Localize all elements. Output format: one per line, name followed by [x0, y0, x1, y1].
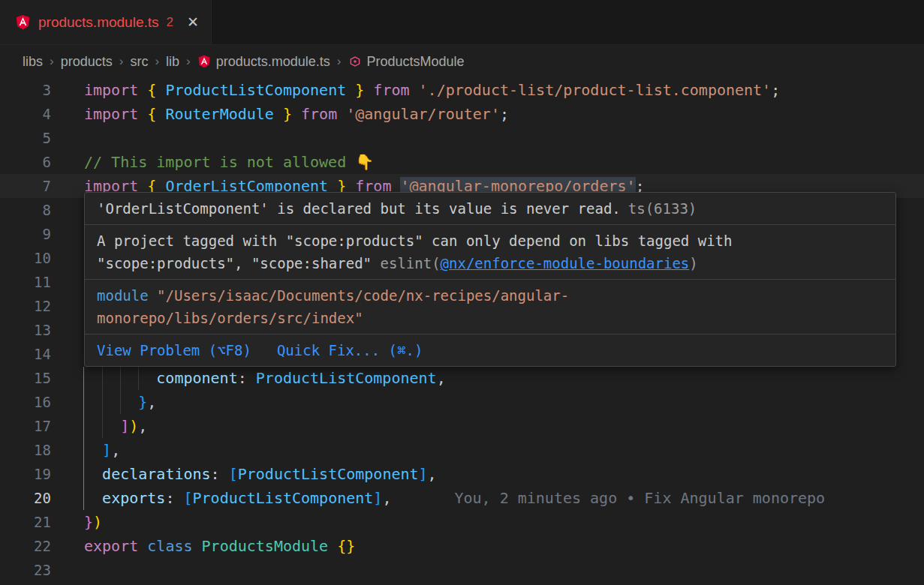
- code-token: [84, 465, 102, 483]
- line-content: [84, 126, 924, 150]
- tab-bar: products.module.ts 2 ✕: [0, 0, 924, 45]
- code-line-21[interactable]: 21}): [0, 510, 924, 534]
- indent-guide: [120, 390, 121, 414]
- close-icon[interactable]: ✕: [187, 14, 199, 31]
- code-line-17[interactable]: 17 ]),: [0, 414, 924, 438]
- eslint-source-close: ): [689, 255, 697, 272]
- code-token: [: [229, 465, 238, 483]
- code-token: }: [84, 513, 93, 531]
- code-token: class: [147, 537, 201, 555]
- code-token: [: [183, 489, 192, 507]
- code-line-20[interactable]: 20 exports: [ProductListComponent],You, …: [0, 486, 924, 510]
- line-number: 15: [0, 366, 51, 390]
- code-token: ProductsModule: [202, 537, 338, 555]
- tab-title: products.module.ts: [38, 14, 159, 31]
- symbol-class-icon: [348, 55, 362, 68]
- line-content: exports: [ProductListComponent],You, 2 m…: [84, 486, 924, 510]
- code-token: import: [84, 81, 147, 99]
- code-token: ,: [428, 465, 437, 483]
- breadcrumb-item-file[interactable]: products.module.ts: [197, 54, 330, 70]
- code-token: [84, 393, 138, 411]
- chevron-right-icon: ›: [155, 54, 159, 69]
- code-editor[interactable]: 3import { ProductListComponent } from '.…: [0, 78, 924, 585]
- breadcrumb-item-products[interactable]: products: [61, 54, 113, 70]
- breadcrumb-item-libs[interactable]: libs: [23, 54, 43, 70]
- tab-products-module[interactable]: products.module.ts 2 ✕: [0, 0, 212, 44]
- breadcrumb-symbol-label: ProductsModule: [367, 54, 465, 70]
- code-line-19[interactable]: 19 declarations: [ProductListComponent],: [0, 462, 924, 486]
- code-token: :: [165, 489, 183, 507]
- hover-message-eslint: A project tagged with "scope:products" c…: [85, 225, 895, 280]
- code-token: component: [156, 369, 237, 387]
- breadcrumb-item-symbol[interactable]: ProductsModule: [348, 54, 465, 70]
- code-token: './product-list/product-list.component': [419, 81, 772, 99]
- code-line-5[interactable]: 5: [0, 126, 924, 150]
- code-token: RouterModule: [165, 105, 274, 123]
- eslint-source: eslint(: [381, 255, 441, 272]
- line-content: // This import is not allowed 👇: [84, 150, 924, 174]
- line-number: 5: [0, 126, 51, 150]
- code-token: import: [84, 105, 147, 123]
- line-number: 13: [0, 318, 51, 342]
- tab-badge: 2: [167, 15, 173, 30]
- code-line-18[interactable]: 18 ],: [0, 438, 924, 462]
- hover-message-unused: 'OrderListComponent' is declared but its…: [85, 193, 895, 225]
- breadcrumb-item-lib[interactable]: lib: [166, 54, 179, 70]
- code-token: ]: [120, 417, 129, 435]
- code-line-23[interactable]: 23: [0, 558, 924, 582]
- line-number: 18: [0, 438, 51, 462]
- code-token: ,: [147, 393, 156, 411]
- line-number: 17: [0, 414, 51, 438]
- angular-icon: [197, 55, 211, 68]
- code-token: ,: [382, 489, 391, 507]
- line-content: [84, 558, 924, 582]
- line-number: 20: [0, 486, 51, 510]
- indent-guide: [120, 366, 121, 390]
- module-keyword: module: [97, 287, 149, 304]
- code-token: ): [93, 513, 102, 531]
- code-token: ): [129, 417, 138, 435]
- line-number: 6: [0, 150, 51, 174]
- code-line-22[interactable]: 22export class ProductsModule {}: [0, 534, 924, 558]
- code-token: ProductListComponent: [238, 465, 419, 483]
- code-token: }: [346, 81, 373, 99]
- code-token: [84, 489, 102, 507]
- breadcrumb-item-src[interactable]: src: [130, 54, 148, 70]
- chevron-right-icon: ›: [50, 54, 54, 69]
- line-content: import { ProductListComponent } from './…: [84, 78, 924, 102]
- code-line-4[interactable]: 4import { RouterModule } from '@angular/…: [0, 102, 924, 126]
- code-token: ]: [373, 489, 382, 507]
- eslint-rule-link[interactable]: @nx/enforce-module-boundaries: [441, 255, 690, 272]
- code-token: ProductListComponent: [256, 369, 437, 387]
- line-number: 9: [0, 222, 51, 246]
- git-blame-annotation: You, 2 minutes ago • Fix Angular monorep…: [454, 489, 825, 507]
- code-token: }: [274, 105, 301, 123]
- breadcrumb: libs › products › src › lib › products.m…: [0, 45, 924, 78]
- hover-actions: View Problem (⌥F8) Quick Fix... (⌘.): [85, 334, 895, 366]
- angular-icon: [15, 14, 31, 30]
- active-indent-guide: [83, 367, 84, 510]
- view-problem-action[interactable]: View Problem (⌥F8): [97, 339, 251, 362]
- line-number: 19: [0, 462, 51, 486]
- chevron-right-icon: ›: [337, 54, 342, 69]
- code-token: declarations: [102, 465, 211, 483]
- indent-guide: [102, 390, 103, 414]
- code-token: ;: [771, 81, 780, 99]
- code-token: '@angular/router': [346, 105, 500, 123]
- code-token: {: [147, 81, 165, 99]
- quick-fix-action[interactable]: Quick Fix... (⌘.): [277, 339, 423, 362]
- code-token: 👇: [355, 153, 374, 171]
- code-token: ;: [500, 105, 509, 123]
- chevron-right-icon: ›: [186, 54, 191, 69]
- code-token: ]: [419, 465, 428, 483]
- code-token: ]: [102, 441, 111, 459]
- code-line-6[interactable]: 6// This import is not allowed 👇: [0, 150, 924, 174]
- code-line-3[interactable]: 3import { ProductListComponent } from '.…: [0, 78, 924, 102]
- ts-error-code: ts(6133): [628, 200, 697, 217]
- line-content: import { RouterModule } from '@angular/r…: [84, 102, 924, 126]
- breadcrumb-file-label: products.module.ts: [216, 54, 330, 70]
- code-token: {: [147, 105, 165, 123]
- code-line-15[interactable]: 15 component: ProductListComponent,: [0, 366, 924, 390]
- line-number: 10: [0, 246, 51, 270]
- code-line-16[interactable]: 16 },: [0, 390, 924, 414]
